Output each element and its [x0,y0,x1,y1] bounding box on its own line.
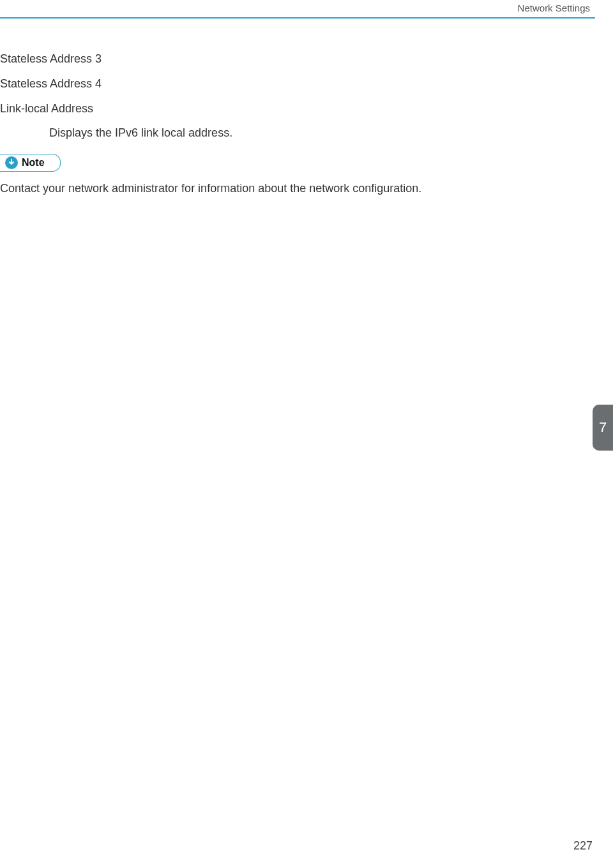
description-text: Displays the IPv6 link local address. [49,126,593,140]
page-content: Stateless Address 3 Stateless Address 4 … [0,51,593,206]
note-down-arrow-icon [5,156,18,169]
list-item: Link-local Address [0,101,593,117]
sub-bullet-list: Stateless Address 3 Stateless Address 4 [0,51,593,92]
page-number: 227 [573,839,593,853]
list-item: Stateless Address 3 [0,51,593,67]
chapter-tab: 7 [593,405,613,451]
chapter-number: 7 [599,419,607,436]
page-header: Network Settings [0,0,595,19]
note-callout: Note [0,154,61,172]
note-list: Contact your network administrator for i… [0,181,593,197]
main-bullet-list: Link-local Address [0,101,593,117]
list-item: Contact your network administrator for i… [0,181,593,197]
list-item: Stateless Address 4 [0,76,593,92]
header-title: Network Settings [0,3,595,17]
note-label: Note [22,157,45,168]
header-rule [0,17,595,19]
